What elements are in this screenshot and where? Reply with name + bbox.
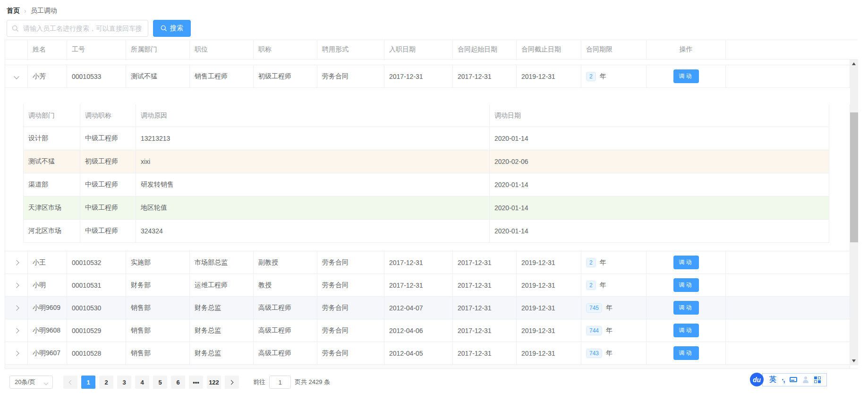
term-badge: 2: [586, 281, 596, 290]
transfer-button[interactable]: 调动: [673, 301, 699, 315]
subcell-date: 2020-01-14: [490, 197, 829, 219]
baidu-ime-logo[interactable]: du: [750, 373, 764, 386]
expand-row-icon[interactable]: [14, 328, 19, 333]
table-row[interactable]: 小王 00010532 实施部 市场部总监 副教授 劳务合同 2017-12-3…: [5, 251, 850, 274]
subcell-dept: 河北区市场: [24, 220, 80, 242]
expand-row-icon[interactable]: [14, 305, 19, 310]
ime-punctuation-icon[interactable]: ·,: [782, 376, 784, 384]
cell-contract-start: 2017-12-31: [453, 274, 517, 296]
expand-row-icon[interactable]: [14, 260, 19, 265]
expand-row-icon[interactable]: [14, 351, 19, 356]
term-badge: 2: [586, 72, 596, 81]
cell-dept: 测试不猛: [126, 65, 190, 87]
term-badge: 744: [586, 326, 602, 335]
transfer-button[interactable]: 调动: [673, 69, 699, 83]
ime-grid-icon[interactable]: [814, 376, 821, 383]
header-title: 职称: [254, 40, 317, 59]
table-row[interactable]: 小明 00010531 财务部 运维工程师 教授 劳务合同 2017-12-31…: [5, 274, 850, 297]
page-button[interactable]: 6: [171, 376, 185, 389]
table-row[interactable]: 小明9608 00010529 销售部 财务总监 高级工程师 劳务合同 2012…: [5, 319, 850, 342]
scrollbar-thumb[interactable]: [850, 112, 858, 242]
search-icon: [12, 25, 19, 32]
term-unit: 年: [606, 326, 613, 335]
subheader-reason: 调动原因: [136, 104, 490, 127]
collapse-row-icon[interactable]: [14, 74, 19, 79]
header-expand: [5, 40, 28, 59]
cell-position: 财务总监: [190, 297, 254, 319]
subtable-row: 设计部 中级工程师 13213213 2020-01-14: [24, 127, 829, 150]
search-row: 搜索: [7, 20, 868, 37]
search-input[interactable]: [22, 24, 142, 33]
term-badge: 745: [586, 303, 602, 313]
chevron-right-icon: [229, 380, 234, 385]
transfer-button[interactable]: 调动: [673, 256, 699, 269]
header-id: 工号: [67, 40, 126, 59]
next-page-button[interactable]: [225, 376, 239, 389]
cell-name: 小芳: [28, 65, 67, 87]
employee-transfer-page: 首页 › 员工调动 搜索 姓名 工号 所属部门 职位 职称 聘用形式 入职日期 …: [0, 0, 868, 402]
cell-title: 高级工程师: [254, 319, 317, 342]
goto-page-input[interactable]: [269, 376, 291, 389]
cell-dept: 实施部: [126, 251, 190, 274]
cell-hire-date: 2017-12-31: [384, 251, 453, 274]
page-button[interactable]: 3: [117, 376, 131, 389]
ime-user-icon[interactable]: [802, 376, 809, 383]
page-button[interactable]: 5: [153, 376, 167, 389]
page-button[interactable]: 2: [99, 376, 113, 389]
cell-dept: 销售部: [126, 342, 190, 364]
subtable-row: 测试不猛 初级工程师 xixi 2020-02-06: [24, 150, 829, 173]
cell-hire-date: 2012-04-06: [384, 319, 453, 342]
cell-title: 高级工程师: [254, 297, 317, 319]
subheader-title: 调动职称: [80, 104, 136, 127]
subcell-dept: 测试不猛: [24, 150, 80, 173]
chevron-left-icon: [69, 380, 74, 385]
header-type: 聘用形式: [317, 40, 384, 59]
cell-title: 副教授: [254, 251, 317, 274]
transfer-history-table: 调动部门 调动职称 调动原因 调动日期 设计部 中级工程师 13213213 2…: [23, 104, 829, 243]
cell-name: 小明9608: [28, 319, 67, 342]
cell-name: 小明9607: [28, 342, 67, 364]
transfer-button[interactable]: 调动: [673, 346, 699, 360]
cell-contract-start: 2017-12-31: [453, 65, 517, 87]
subcell-reason: 地区轮值: [136, 197, 490, 219]
search-button-label: 搜索: [170, 24, 183, 33]
more-pages-button[interactable]: •••: [189, 376, 203, 389]
search-button[interactable]: 搜索: [153, 20, 191, 37]
subcell-date: 2020-01-14: [490, 127, 829, 150]
subtable-row: 河北区市场 中级工程师 324324 2020-01-14: [24, 220, 829, 243]
subcell-title: 初级工程师: [80, 150, 136, 173]
header-hire-date: 入职日期: [384, 40, 453, 59]
table-row[interactable]: 小明9607 00010528 销售部 财务总监 高级工程师 劳务合同 2012…: [5, 342, 850, 365]
transfer-button[interactable]: 调动: [673, 324, 699, 337]
page-button[interactable]: 1: [81, 376, 95, 389]
cell-position: 市场部总监: [190, 251, 254, 274]
chevron-down-icon: [44, 381, 49, 385]
cell-contract-start: 2017-12-31: [453, 297, 517, 319]
cell-contract-end: 2019-12-31: [517, 274, 581, 296]
subcell-dept: 渠道部: [24, 173, 80, 196]
ime-language-mode-icon[interactable]: 英: [769, 375, 776, 384]
page-button[interactable]: 122: [207, 376, 221, 389]
ime-keyboard-icon[interactable]: [790, 377, 797, 382]
search-button-icon: [161, 25, 167, 32]
transfer-button[interactable]: 调动: [673, 278, 699, 292]
scroll-down-icon[interactable]: [852, 359, 856, 362]
breadcrumb-home[interactable]: 首页: [7, 7, 20, 15]
table-row[interactable]: 小明9609 00010530 销售部 财务总监 高级工程师 劳务合同 2012…: [5, 297, 850, 319]
prev-page-button[interactable]: [63, 376, 77, 389]
cell-dept: 销售部: [126, 319, 190, 342]
expand-row-icon[interactable]: [14, 282, 19, 288]
page-size-select[interactable]: 20条/页: [9, 376, 53, 389]
cell-contract-start: 2017-12-31: [453, 251, 517, 274]
cell-contract-end: 2019-12-31: [517, 342, 581, 364]
subcell-reason: 研发转销售: [136, 173, 490, 196]
search-box: [7, 20, 148, 37]
subcell-dept: 设计部: [24, 127, 80, 150]
scroll-up-icon[interactable]: [852, 62, 856, 65]
cell-contract-end: 2019-12-31: [517, 319, 581, 342]
page-button[interactable]: 4: [135, 376, 149, 389]
header-contract-end: 合同截止日期: [517, 40, 581, 59]
table-row[interactable]: 小芳 00010533 测试不猛 销售工程师 初级工程师 劳务合同 2017-1…: [5, 65, 850, 88]
cell-id: 00010532: [67, 251, 126, 274]
table-scrollbar[interactable]: [850, 60, 858, 365]
